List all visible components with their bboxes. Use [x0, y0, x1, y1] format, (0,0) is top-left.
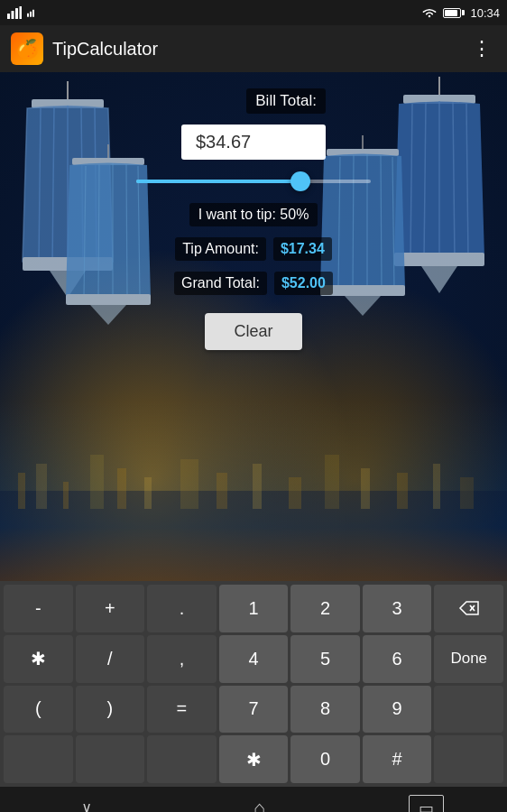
- app-icon: 🍊: [11, 32, 43, 65]
- key-6[interactable]: 6: [363, 635, 432, 683]
- key-0[interactable]: 0: [290, 735, 360, 783]
- svg-rect-4: [27, 14, 29, 17]
- key-3[interactable]: 3: [363, 585, 432, 632]
- key-comma[interactable]: ,: [147, 635, 217, 683]
- key-4[interactable]: 4: [219, 635, 289, 683]
- time-display: 10:34: [470, 6, 500, 20]
- bill-amount-display: $34.67: [196, 132, 251, 152]
- key-close-paren[interactable]: ): [76, 686, 145, 734]
- key-empty-2: [76, 735, 145, 783]
- slider-thumb[interactable]: [290, 171, 310, 191]
- grand-total-row: Grand Total: $52.00: [174, 272, 333, 295]
- key-8[interactable]: 8: [290, 686, 360, 734]
- key-empty-3: [147, 735, 217, 783]
- recents-button[interactable]: ▭: [409, 795, 444, 812]
- key-empty-1: [4, 735, 73, 783]
- key-5[interactable]: 5: [290, 635, 360, 683]
- key-plus[interactable]: +: [76, 585, 145, 632]
- key-hash[interactable]: #: [363, 735, 432, 783]
- key-2[interactable]: 2: [290, 585, 360, 632]
- status-bar: 10:34: [0, 0, 507, 25]
- key-asterisk[interactable]: ✱: [219, 735, 289, 783]
- overflow-menu-button[interactable]: ⋮: [468, 33, 496, 64]
- bill-input-container[interactable]: $34.67: [181, 125, 326, 160]
- svg-rect-5: [30, 12, 32, 17]
- bill-total-label: Bill Total:: [246, 88, 326, 114]
- keyboard-area: - + . 1 2 3 ✱ / , 4 5 6 Done ( ) = 7 8 9: [0, 581, 507, 787]
- grand-total-label: Grand Total:: [174, 272, 267, 295]
- battery-icon: [443, 8, 465, 18]
- tip-slider[interactable]: [136, 171, 371, 192]
- keyboard-row-4: ✱ 0 #: [4, 735, 503, 783]
- key-delete[interactable]: [434, 585, 503, 632]
- title-bar: 🍊 TipCalculator ⋮: [0, 25, 507, 72]
- key-divide[interactable]: /: [76, 635, 145, 683]
- key-7[interactable]: 7: [219, 686, 289, 734]
- back-button[interactable]: ∧: [63, 793, 110, 813]
- delete-icon: [458, 600, 480, 616]
- key-empty-r3: [434, 686, 503, 734]
- tip-amount-label: Tip Amount:: [175, 237, 266, 261]
- status-left-icons: [7, 6, 41, 19]
- grand-total-value: $52.00: [274, 272, 333, 295]
- svg-rect-3: [20, 6, 23, 19]
- key-open-paren[interactable]: (: [4, 686, 73, 734]
- keyboard-row-2: ✱ / , 4 5 6 Done: [4, 635, 503, 683]
- main-content: Bill Total: $34.67 I want to tip: 50% Ti…: [0, 72, 507, 581]
- keyboard-row-1: - + . 1 2 3: [4, 585, 503, 632]
- content-overlay: Bill Total: $34.67 I want to tip: 50% Ti…: [0, 72, 507, 581]
- key-9[interactable]: 9: [363, 686, 432, 734]
- signal-icon: [7, 6, 22, 19]
- nav-bar: ∧ ⌂ ▭: [0, 787, 507, 812]
- tip-percentage-label: I want to tip: 50%: [189, 203, 318, 226]
- key-dot[interactable]: .: [147, 585, 217, 632]
- app-title: TipCalculator: [52, 39, 468, 60]
- svg-rect-1: [12, 11, 14, 19]
- tip-amount-row: Tip Amount: $17.34: [175, 237, 332, 261]
- key-empty-4: [434, 735, 503, 783]
- signal2-icon: [27, 6, 41, 19]
- tip-amount-value: $17.34: [273, 237, 332, 261]
- key-1[interactable]: 1: [219, 585, 289, 632]
- keyboard-row-3: ( ) = 7 8 9: [4, 686, 503, 734]
- key-multiply[interactable]: ✱: [4, 635, 73, 683]
- status-right-icons: 10:34: [421, 6, 500, 20]
- key-done[interactable]: Done: [434, 635, 503, 683]
- slider-track: [136, 180, 371, 183]
- svg-rect-2: [15, 8, 18, 19]
- slider-fill: [136, 180, 305, 183]
- svg-rect-0: [7, 14, 10, 19]
- key-minus[interactable]: -: [4, 585, 73, 632]
- clear-button[interactable]: Clear: [205, 313, 301, 350]
- svg-rect-6: [32, 10, 34, 17]
- home-button[interactable]: ⌂: [235, 789, 283, 812]
- key-equals[interactable]: =: [147, 686, 217, 734]
- wifi-icon: [421, 6, 438, 19]
